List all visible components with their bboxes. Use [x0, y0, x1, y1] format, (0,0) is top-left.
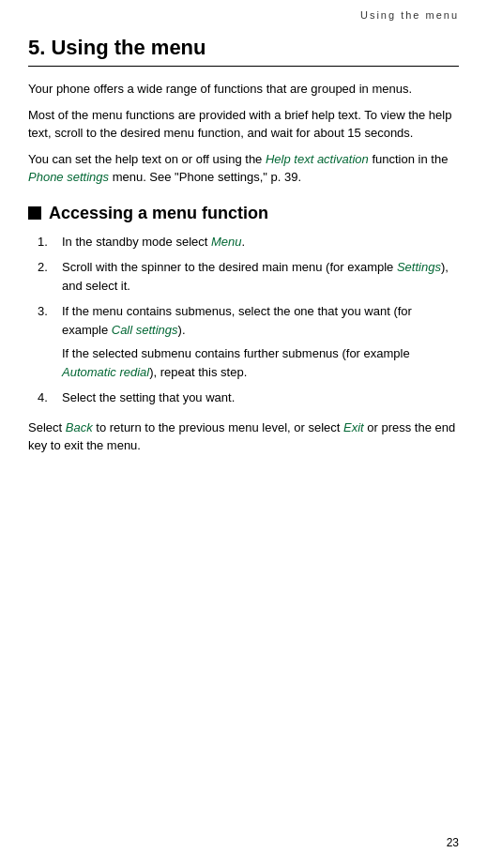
- exit-link: Exit: [343, 420, 364, 434]
- step-4-content: Select the setting that you want.: [62, 388, 459, 407]
- step-1-before: In the standby mode select: [62, 235, 211, 249]
- steps-list: In the standby mode select Menu. Scroll …: [38, 233, 459, 407]
- step-3: If the menu contains submenus, select th…: [38, 302, 459, 381]
- subnote-before: If the selected submenu contains further…: [62, 346, 410, 360]
- section-heading: Accessing a menu function: [28, 204, 459, 223]
- intro-p3-before: You can set the help text on or off usin…: [28, 152, 266, 166]
- section-bullet-icon: [28, 206, 41, 220]
- step-3-content: If the menu contains submenus, select th…: [62, 302, 459, 381]
- step-2-content: Scroll with the spinner to the desired m…: [62, 258, 459, 295]
- step-2-link: Settings: [397, 260, 441, 274]
- step-3-subnote: If the selected submenu contains further…: [62, 344, 459, 381]
- intro-p1: Your phone offers a wide range of functi…: [28, 80, 459, 99]
- select-note: Select Back to return to the previous me…: [28, 419, 459, 455]
- step-2-before: Scroll with the spinner to the desired m…: [62, 260, 397, 274]
- select-middle: to return to the previous menu level, or…: [93, 420, 343, 434]
- back-link: Back: [66, 420, 93, 434]
- section-title: Accessing a menu function: [49, 204, 268, 223]
- automatic-redial-link: Automatic redial: [62, 365, 149, 379]
- step-3-link: Call settings: [112, 323, 178, 337]
- step-1-after: .: [242, 235, 246, 249]
- phone-settings-link: Phone settings: [28, 170, 109, 184]
- page-number: 23: [447, 836, 459, 849]
- step-3-after: ).: [178, 323, 186, 337]
- step-2: Scroll with the spinner to the desired m…: [38, 258, 459, 295]
- header-title: Using the menu: [360, 9, 459, 21]
- intro-p3-middle: function in the: [369, 152, 449, 166]
- page-header: Using the menu: [0, 0, 487, 26]
- step-1-link: Menu: [211, 235, 242, 249]
- subnote-after: ), repeat this step.: [149, 365, 247, 379]
- chapter-number: 5.: [28, 36, 45, 59]
- step-4-text: Select the setting that you want.: [62, 390, 235, 404]
- page-content: 5. Using the menu Your phone offers a wi…: [0, 26, 487, 474]
- help-text-activation-link: Help text activation: [266, 152, 369, 166]
- intro-p3-after: menu. See "Phone settings," p. 39.: [109, 170, 301, 184]
- chapter-title: 5. Using the menu: [28, 36, 459, 67]
- select-note-before: Select: [28, 420, 66, 434]
- intro-p3: You can set the help text on or off usin…: [28, 150, 459, 187]
- step-1: In the standby mode select Menu.: [38, 233, 459, 251]
- step-4: Select the setting that you want.: [38, 388, 459, 407]
- step-1-content: In the standby mode select Menu.: [62, 233, 459, 251]
- intro-text: Your phone offers a wide range of functi…: [28, 80, 459, 187]
- intro-p2: Most of the menu functions are provided …: [28, 106, 459, 143]
